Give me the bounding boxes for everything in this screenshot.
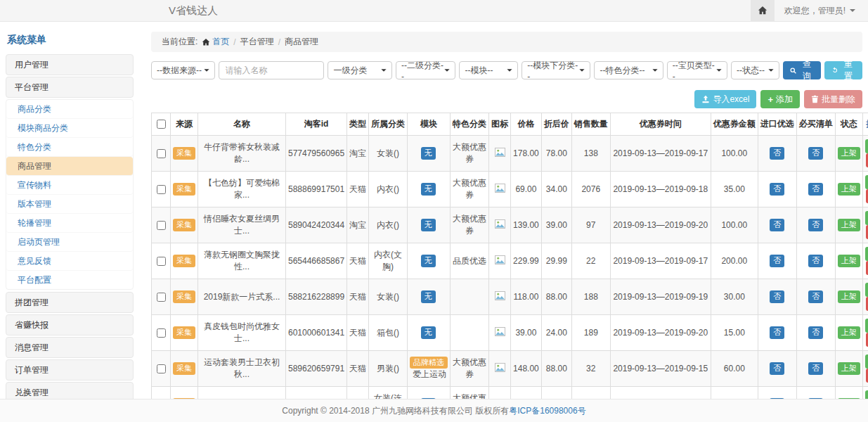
row-checkbox-cell [152, 136, 171, 172]
sidebar-subitem-1-1[interactable]: 模块商品分类 [6, 119, 133, 138]
sidebar-subitem-1-4[interactable]: 宣传物料 [6, 176, 133, 195]
edit-button[interactable] [865, 319, 868, 333]
image-placeholder-icon [495, 184, 505, 193]
edit-button[interactable] [865, 211, 868, 225]
batch-delete-button[interactable]: 批量删除 [804, 90, 862, 108]
must-buy-badge[interactable]: 否 [808, 255, 823, 267]
sidebar-subitem-1-6[interactable]: 轮播管理 [6, 214, 133, 233]
add-button[interactable]: + 添加 [760, 90, 800, 108]
select-all-checkbox[interactable] [157, 120, 166, 129]
import-select-badge[interactable]: 否 [770, 255, 784, 267]
sidebar-subitem-1-2[interactable]: 特色分类 [6, 138, 133, 157]
must-buy-badge[interactable]: 否 [808, 183, 823, 196]
discount-price: 88.00 [541, 279, 571, 315]
sidebar-subitem-1-8[interactable]: 意见反馈 [6, 252, 133, 271]
import-select-badge[interactable]: 否 [770, 290, 784, 303]
query-button[interactable]: 查询 [783, 61, 820, 79]
must-buy-badge[interactable]: 否 [808, 326, 823, 339]
feature-category: 大额优惠券 [451, 172, 489, 207]
must-buy-badge[interactable]: 否 [808, 147, 823, 160]
sidebar-group-4[interactable]: 消息管理 [6, 337, 134, 358]
sidebar-group-1[interactable]: 平台管理 [6, 77, 134, 98]
edit-button[interactable] [865, 139, 868, 153]
row-checkbox[interactable] [157, 185, 166, 194]
user-menu[interactable]: 欢迎您，管理员! [775, 0, 868, 21]
page-layout: 系统菜单 用户管理平台管理商品分类模块商品分类特色分类商品管理宣传物料版本管理轮… [0, 22, 868, 389]
price: 139.00 [511, 207, 542, 243]
status-badge[interactable]: 上架 [838, 255, 860, 267]
import-excel-button[interactable]: 导入excel [694, 90, 756, 108]
col-feature: 特色分类 [451, 113, 489, 136]
sidebar-group-0[interactable]: 用户管理 [6, 54, 134, 75]
source-cell: 采集 [171, 172, 198, 207]
coupon-amount: 30.00 [711, 279, 758, 315]
plus-icon: + [767, 95, 773, 104]
row-checkbox-cell [152, 315, 171, 351]
row-checkbox[interactable] [157, 293, 166, 302]
breadcrumb-home-link[interactable]: 首页 [202, 36, 229, 48]
status-badge[interactable]: 上架 [838, 183, 860, 196]
thumbnail-cell [489, 315, 511, 351]
status-badge[interactable]: 上架 [838, 362, 860, 375]
import-select-badge[interactable]: 否 [770, 362, 784, 375]
row-checkbox[interactable] [157, 149, 166, 158]
status-badge[interactable]: 上架 [838, 219, 860, 231]
image-placeholder-icon [495, 148, 505, 157]
home-button[interactable] [751, 0, 775, 21]
filter-select-category-2[interactable]: --二级分类-- [396, 61, 455, 79]
import-select-badge[interactable]: 否 [770, 326, 784, 339]
name-search-input[interactable] [219, 61, 324, 79]
coupon-time: 2019-09-13—2019-09-20 [610, 315, 711, 351]
feature-category: 大额优惠券 [451, 136, 489, 172]
module-cell: 无 [408, 207, 451, 243]
sidebar-group-5[interactable]: 订单管理 [6, 359, 134, 381]
import-select-badge[interactable]: 否 [770, 147, 784, 160]
sidebar-subitem-1-9[interactable]: 平台配置 [6, 271, 133, 289]
filter-select-data-source[interactable]: --数据来源-- [151, 61, 215, 79]
product-name: 牛仔背带裤女秋装减龄... [198, 136, 286, 172]
filter-select-value: --模块下分类-- [527, 60, 579, 82]
filter-select-module-sub[interactable]: --模块下分类-- [522, 61, 590, 79]
filter-select-module[interactable]: --模块-- [459, 61, 518, 79]
edit-button[interactable] [865, 175, 868, 189]
coupon-amount: 60.00 [711, 351, 758, 387]
app-title: V省钱达人 [169, 0, 218, 21]
edit-button[interactable] [865, 283, 868, 297]
row-checkbox[interactable] [157, 257, 166, 266]
row-checkbox[interactable] [157, 364, 166, 373]
edit-button[interactable] [865, 247, 868, 261]
status-badge[interactable]: 上架 [838, 290, 860, 303]
row-checkbox[interactable] [157, 221, 166, 230]
sidebar-subitem-1-7[interactable]: 启动页管理 [6, 233, 133, 252]
status-badge[interactable]: 上架 [838, 147, 860, 160]
sidebar-group-3[interactable]: 省赚快报 [6, 314, 134, 335]
sidebar-subitem-1-5[interactable]: 版本管理 [6, 195, 133, 214]
filter-select-item-type[interactable]: --宝贝类型-- [667, 61, 727, 79]
icp-link[interactable]: 粤ICP备16098006号 [509, 406, 585, 416]
filter-select-category-1[interactable]: 一级分类 [328, 61, 391, 79]
col-coupon-time: 优惠券时间 [610, 113, 711, 136]
col-import-select: 进口优选 [758, 113, 796, 136]
must-buy-badge[interactable]: 否 [808, 219, 823, 231]
thumbnail-cell [489, 172, 511, 207]
must-buy-badge[interactable]: 否 [808, 290, 823, 303]
product-type: 天猫 [347, 315, 369, 351]
col-coupon-amount: 优惠券金额 [711, 113, 758, 136]
coupon-amount: 100.00 [711, 136, 758, 172]
edit-button[interactable] [865, 354, 868, 369]
reset-button-label: 重置 [841, 58, 855, 82]
coupon-amount: 15.00 [711, 315, 758, 351]
reset-button[interactable]: 重置 [824, 61, 862, 79]
sidebar-group-2[interactable]: 拼团管理 [6, 292, 134, 313]
filter-select-status[interactable]: --状态-- [731, 61, 779, 79]
must-buy-badge[interactable]: 否 [808, 362, 823, 375]
row-checkbox[interactable] [157, 328, 166, 338]
sidebar-subitem-1-3[interactable]: 商品管理 [6, 157, 133, 176]
filter-select-feature[interactable]: --特色分类-- [594, 61, 663, 79]
status-badge[interactable]: 上架 [838, 326, 860, 339]
product-type: 淘宝 [347, 207, 369, 243]
product-type: 天猫 [347, 351, 369, 387]
import-select-badge[interactable]: 否 [770, 183, 784, 196]
sidebar-subitem-1-0[interactable]: 商品分类 [6, 100, 133, 119]
import-select-badge[interactable]: 否 [770, 219, 784, 231]
